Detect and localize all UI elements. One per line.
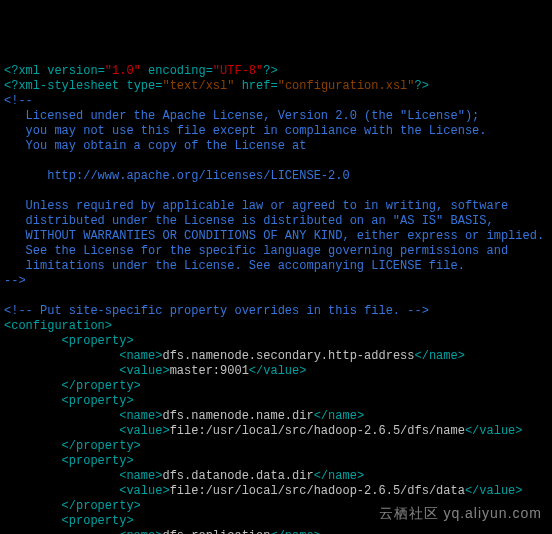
property-open: <property>: [62, 454, 134, 468]
xml-decl: <?xml version="1.0" encoding="UTF-8"?>: [4, 64, 278, 78]
p1-value: master:9001: [170, 364, 249, 378]
xml-stylesheet: <?xml-stylesheet type="text/xsl" href="c…: [4, 79, 429, 93]
code-block: <?xml version="1.0" encoding="UTF-8"?> <…: [4, 64, 548, 534]
p3-value: file:/usr/local/src/hadoop-2.6.5/dfs/dat…: [170, 484, 465, 498]
property-close: </property>: [62, 499, 141, 513]
property-open: <property>: [62, 334, 134, 348]
p2-value: file:/usr/local/src/hadoop-2.6.5/dfs/nam…: [170, 424, 465, 438]
p1-name: dfs.namenode.secondary.http-address: [162, 349, 414, 363]
p4-name: dfs.replication: [162, 529, 270, 534]
license-comment: <!-- Licensed under the Apache License, …: [4, 94, 544, 288]
override-comment: <!-- Put site-specific property override…: [4, 304, 429, 318]
property-open: <property>: [62, 394, 134, 408]
p3-name: dfs.datanode.data.dir: [162, 469, 313, 483]
property-close: </property>: [62, 439, 141, 453]
watermark: 云栖社区 yq.aliyun.com: [379, 505, 542, 523]
p2-name: dfs.namenode.name.dir: [162, 409, 313, 423]
property-open: <property>: [62, 514, 134, 528]
configuration-open: <configuration>: [4, 319, 112, 333]
property-close: </property>: [62, 379, 141, 393]
